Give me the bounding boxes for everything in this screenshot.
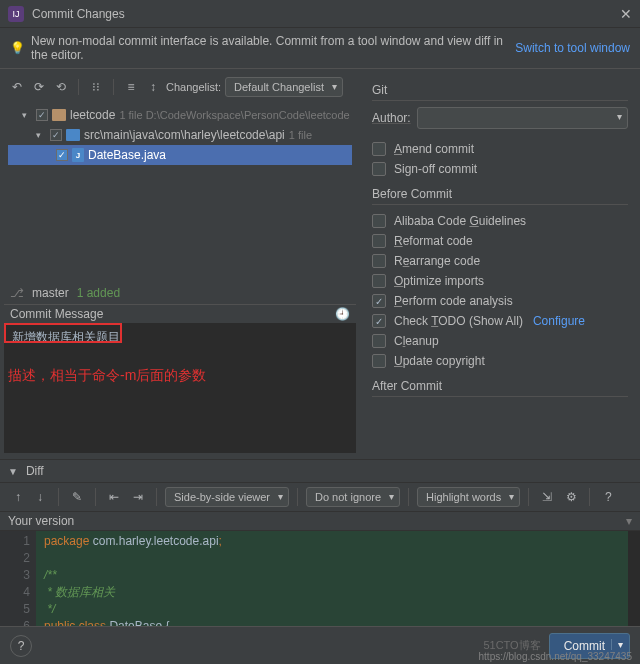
diff-toolbar: ↑ ↓ ✎ ⇤ ⇥ Side-by-side viewer Do not ign… [0, 482, 640, 512]
window-title: Commit Changes [32, 7, 620, 21]
option-label: Rearrange code [394, 254, 480, 268]
separator [113, 79, 114, 95]
changelist-toolbar: ↶ ⟳ ⟲ ⁝⁝ ≡ ↕ Changelist: Default Changel… [4, 75, 356, 103]
separator [78, 79, 79, 95]
before-commit-row[interactable]: Reformat code [372, 231, 628, 251]
ignore-select[interactable]: Do not ignore [306, 487, 400, 507]
checkbox[interactable] [372, 354, 386, 368]
history-icon[interactable]: 🕘 [335, 307, 350, 321]
checkbox[interactable] [372, 142, 386, 156]
collapse-icon[interactable]: ↕ [144, 78, 162, 96]
checkbox[interactable] [372, 294, 386, 308]
separator [156, 488, 157, 506]
edit-icon[interactable]: ✎ [67, 487, 87, 507]
branch-icon: ⎇ [10, 286, 24, 300]
url-watermark: https://blog.csdn.net/qq_33247435 [479, 651, 632, 662]
before-commit-row[interactable]: Alibaba Code Guidelines [372, 211, 628, 231]
after-commit-title: After Commit [372, 379, 628, 397]
checkbox[interactable] [36, 109, 48, 121]
amend-label: Amend commit [394, 142, 474, 156]
diff-header[interactable]: ▼ Diff [0, 460, 640, 482]
checkbox[interactable] [372, 254, 386, 268]
main-split: ↶ ⟳ ⟲ ⁝⁝ ≡ ↕ Changelist: Default Changel… [0, 69, 640, 459]
before-commit-row[interactable]: Rearrange code [372, 251, 628, 271]
chevron-down-icon[interactable]: ▾ [36, 130, 46, 140]
separator [589, 488, 590, 506]
collapse-icon[interactable]: ⇲ [537, 487, 557, 507]
before-commit-row[interactable]: Cleanup [372, 331, 628, 351]
chevron-down-icon[interactable]: ▼ [8, 466, 18, 477]
checkbox[interactable] [372, 274, 386, 288]
checkbox[interactable] [372, 162, 386, 176]
checkbox[interactable] [372, 234, 386, 248]
option-label: Check TODO (Show All) [394, 314, 523, 328]
signoff-label: Sign-off commit [394, 162, 477, 176]
option-label: Reformat code [394, 234, 473, 248]
option-label: Perform code analysis [394, 294, 513, 308]
folder-icon [52, 109, 66, 121]
tree-meta: 1 file [289, 129, 312, 141]
separator [95, 488, 96, 506]
tree-label: src\main\java\com\harley\leetcode\api [84, 128, 285, 142]
before-commit-list: Alibaba Code GuidelinesReformat codeRear… [372, 211, 628, 371]
branch-name[interactable]: master [32, 286, 69, 300]
checkbox[interactable] [372, 214, 386, 228]
your-version-label[interactable]: Your version [0, 512, 640, 531]
compare-prev-icon[interactable]: ⇤ [104, 487, 124, 507]
help-button[interactable]: ? [10, 635, 32, 657]
before-commit-row[interactable]: Check TODO (Show All)Configure [372, 311, 628, 331]
lightbulb-icon: 💡 [10, 41, 25, 55]
before-commit-row[interactable]: Update copyright [372, 351, 628, 371]
option-label: Cleanup [394, 334, 439, 348]
tree-root[interactable]: ▾ leetcode 1 file D:\CodeWorkspace\Perso… [8, 105, 352, 125]
banner-link[interactable]: Switch to tool window [515, 41, 630, 55]
compare-next-icon[interactable]: ⇥ [128, 487, 148, 507]
commit-message-area[interactable]: 新增数据库相关题目 描述，相当于命令-m后面的参数 [4, 323, 356, 453]
diff-title: Diff [26, 464, 44, 478]
viewer-mode-select[interactable]: Side-by-side viewer [165, 487, 289, 507]
changelist-select[interactable]: Default Changelist [225, 77, 343, 97]
separator [408, 488, 409, 506]
git-section-title: Git [372, 83, 628, 101]
info-banner: 💡 New non-modal commit interface is avai… [0, 28, 640, 69]
tree-label: leetcode [70, 108, 115, 122]
group-icon[interactable]: ⁝⁝ [87, 78, 105, 96]
tree-file-selected[interactable]: J DateBase.java [8, 145, 352, 165]
changelist-label: Changelist: [166, 81, 221, 93]
help-icon[interactable]: ? [598, 487, 618, 507]
file-tree: ▾ leetcode 1 file D:\CodeWorkspace\Perso… [4, 103, 356, 282]
close-icon[interactable]: ✕ [620, 6, 632, 22]
prev-diff-icon[interactable]: ↑ [8, 487, 28, 507]
chevron-down-icon[interactable]: ▾ [22, 110, 32, 120]
configure-link[interactable]: Configure [533, 314, 585, 328]
checkbox[interactable] [372, 334, 386, 348]
amend-commit-row[interactable]: Amend commit [372, 139, 628, 159]
tree-package[interactable]: ▾ src\main\java\com\harley\leetcode\api … [8, 125, 352, 145]
author-input[interactable] [417, 107, 628, 129]
next-diff-icon[interactable]: ↓ [30, 487, 50, 507]
gear-icon[interactable]: ⚙ [561, 487, 581, 507]
app-icon: IJ [8, 6, 24, 22]
expand-icon[interactable]: ≡ [122, 78, 140, 96]
checkbox[interactable] [50, 129, 62, 141]
before-commit-row[interactable]: Perform code analysis [372, 291, 628, 311]
author-label: Author: [372, 111, 411, 125]
separator [297, 488, 298, 506]
option-label: Update copyright [394, 354, 485, 368]
checkbox[interactable] [56, 149, 68, 161]
banner-text: New non-modal commit interface is availa… [31, 34, 515, 62]
commit-message-label: Commit Message [10, 307, 103, 321]
before-commit-row[interactable]: Optimize imports [372, 271, 628, 291]
package-icon [66, 129, 80, 141]
java-file-icon: J [72, 148, 84, 162]
signoff-row[interactable]: Sign-off commit [372, 159, 628, 179]
refresh-icon[interactable]: ⟳ [30, 78, 48, 96]
sync-icon[interactable]: ⟲ [52, 78, 70, 96]
option-label: Alibaba Code Guidelines [394, 214, 526, 228]
checkbox[interactable] [372, 314, 386, 328]
highlight-select[interactable]: Highlight words [417, 487, 520, 507]
revert-icon[interactable]: ↶ [8, 78, 26, 96]
before-commit-title: Before Commit [372, 187, 628, 205]
separator [528, 488, 529, 506]
separator [58, 488, 59, 506]
